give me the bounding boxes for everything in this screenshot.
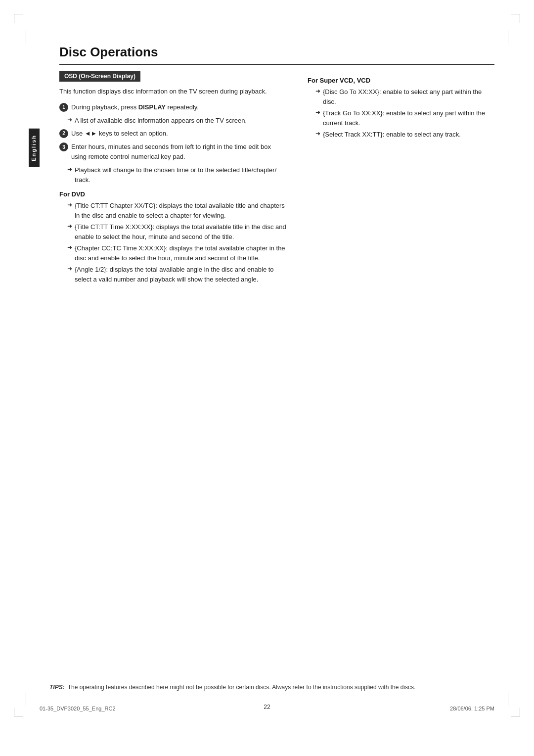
dvd-item-2-text: {Title CT:TT Time X:XX:XX}: displays the…: [75, 222, 288, 241]
osd-section-header: OSD (On-Screen Display): [59, 71, 140, 82]
dvd-item-4-text: {Angle 1/2}: displays the total availabl…: [75, 265, 288, 284]
step-3: 3 Enter hours, minutes and seconds from …: [59, 142, 288, 161]
corner-mark-br: [511, 708, 520, 716]
svcd-item-2: ➜ {Track Go To XX:XX}: enable to select …: [315, 108, 494, 128]
tips-footer: TIPS: The operating features described h…: [49, 683, 485, 692]
two-column-layout: OSD (On-Screen Display) This function di…: [59, 71, 494, 286]
svcd-item-2-text: {Track Go To XX:XX}: enable to select an…: [323, 108, 494, 128]
side-line-right-bottom: [508, 692, 508, 707]
page-number: 22: [264, 704, 270, 710]
dvd-item-1-text: {Title CT:TT Chapter XX/TC}: displays th…: [75, 201, 288, 220]
footer-left: 01-35_DVP3020_55_Eng_RC2: [40, 706, 116, 711]
step-2-content: Use ◄► keys to select an option.: [71, 129, 168, 139]
dvd-item-1: ➜ {Title CT:TT Chapter XX/TC}: displays …: [67, 201, 288, 220]
corner-mark-tl: [14, 14, 23, 23]
arrow-icon-svcd-1: ➜: [315, 88, 320, 94]
side-line-right-top: [508, 30, 508, 45]
corner-mark-bl: [14, 708, 23, 716]
arrow-icon-dvd-4: ➜: [67, 265, 72, 272]
step-3-arrow: ➜ Playback will change to the chosen tim…: [67, 165, 288, 185]
step-2-number: 2: [59, 129, 68, 138]
step-3-number: 3: [59, 142, 68, 151]
arrow-icon-1: ➜: [67, 116, 72, 123]
footer-right: 28/06/06, 1:25 PM: [450, 706, 494, 711]
step-1-arrow-text: A list of available disc information app…: [75, 116, 247, 126]
dvd-item-3: ➜ {Chapter CC:TC Time X:XX:XX}: displays…: [67, 243, 288, 263]
step-1-content: During playback, press DISPLAY repeatedl…: [71, 102, 199, 112]
dvd-item-4: ➜ {Angle 1/2}: displays the total availa…: [67, 265, 288, 284]
super-vcd-title: For Super VCD, VCD: [308, 77, 494, 84]
left-column: OSD (On-Screen Display) This function di…: [59, 71, 288, 286]
page-title: Disc Operations: [59, 45, 494, 65]
svcd-item-1-text: {Disc Go To XX:XX}: enable to select any…: [323, 87, 494, 106]
arrow-icon-dvd-1: ➜: [67, 201, 72, 208]
for-dvd-title: For DVD: [59, 190, 288, 198]
page: English Disc Operations OSD (On-Screen D…: [0, 0, 534, 756]
arrow-icon-svcd-2: ➜: [315, 109, 320, 116]
step-3-arrow-text: Playback will change to the chosen time …: [75, 165, 288, 185]
tips-text: The operating features described here mi…: [68, 683, 416, 692]
arrow-icon-svcd-3: ➜: [315, 130, 320, 137]
dvd-item-2: ➜ {Title CT:TT Time X:XX:XX}: displays t…: [67, 222, 288, 241]
main-content: Disc Operations OSD (On-Screen Display) …: [59, 45, 494, 286]
side-line-left-top: [26, 30, 26, 45]
dvd-item-3-text: {Chapter CC:TC Time X:XX:XX}: displays t…: [75, 243, 288, 263]
step-1-bold: DISPLAY: [138, 103, 166, 111]
step-1-number: 1: [59, 103, 68, 112]
right-column: For Super VCD, VCD ➜ {Disc Go To XX:XX}:…: [308, 71, 494, 286]
arrow-icon-dvd-2: ➜: [67, 223, 72, 230]
osd-intro-text: This function displays disc information …: [59, 87, 288, 96]
corner-mark-tr: [511, 14, 520, 23]
step-1-arrow: ➜ A list of available disc information a…: [67, 116, 288, 126]
svcd-item-3-text: {Select Track XX:TT}: enable to select a…: [323, 130, 461, 140]
step-1: 1 During playback, press DISPLAY repeate…: [59, 102, 288, 112]
language-tab: English: [29, 129, 40, 167]
tips-label: TIPS:: [49, 683, 65, 692]
svcd-item-1: ➜ {Disc Go To XX:XX}: enable to select a…: [315, 87, 494, 106]
arrow-icon-3: ➜: [67, 166, 72, 173]
step-3-content: Enter hours, minutes and seconds from le…: [71, 142, 288, 161]
svcd-item-3: ➜ {Select Track XX:TT}: enable to select…: [315, 130, 494, 140]
side-line-left-bottom: [26, 692, 26, 707]
arrow-icon-dvd-3: ➜: [67, 244, 72, 251]
step-2: 2 Use ◄► keys to select an option.: [59, 129, 288, 139]
